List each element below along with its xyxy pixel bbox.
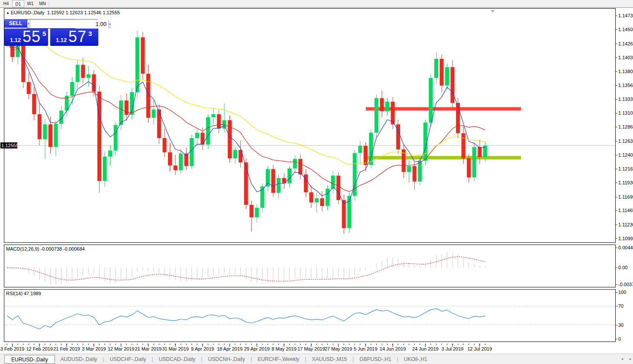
- chart-tabs: EURUSD-,DailyAUDUSD-,Daily|USDCHF-,Daily…: [0, 355, 433, 364]
- macd-chart: [4, 245, 615, 287]
- price-axis-label: 1.10995: [618, 235, 633, 242]
- tab-scroll-left-icon[interactable]: ◄: [619, 356, 625, 362]
- price-axis-label-tick: [616, 225, 617, 225]
- price-axis-label-tick: [616, 99, 617, 100]
- price-axis-label: 1.12400: [618, 152, 633, 158]
- macd-axis-label: 0.00: [618, 264, 627, 271]
- chart-tab-usdchfdaily[interactable]: USDCHF-,Daily: [104, 355, 152, 364]
- date-label: 8 May 2019: [271, 346, 296, 351]
- volume-spinner: ▼ ▲: [27, 19, 75, 29]
- price-axis-label: 1.12865: [618, 124, 633, 130]
- price-axis-label: 1.11465: [618, 207, 633, 213]
- date-label: 3 Jul 2019: [442, 346, 464, 351]
- chart-tab-bar: EURUSD-,DailyAUDUSD-,Daily|USDCHF-,Daily…: [0, 354, 633, 364]
- volume-input[interactable]: [30, 19, 108, 28]
- date-label: 21 Mar 2019: [135, 346, 161, 351]
- buy-price-sup: 3: [88, 30, 92, 37]
- price-axis-label: 1.11930: [618, 180, 633, 186]
- price-axis[interactable]: 1.147351.145001.142651.140301.138001.135…: [616, 8, 633, 342]
- support_line: [367, 156, 521, 159]
- sell-price-box[interactable]: 1.12 55 5: [4, 29, 48, 46]
- price-axis-label: 1.14735: [618, 13, 633, 19]
- buy-price-prefix: 1.12: [56, 37, 67, 43]
- date-label: 12 Jul 2019: [467, 346, 492, 351]
- chart-tab-ukoilh1[interactable]: UKOil-,H1: [398, 355, 433, 364]
- macd-axis-label: -0.003715: [618, 281, 633, 287]
- sell-button[interactable]: SELL: [4, 19, 27, 28]
- macd-indicator-pane[interactable]: MACD(12,26,9) -0.000738 -0.000684: [4, 245, 616, 287]
- price-axis-label: 1.12630: [618, 138, 633, 144]
- date-label: 27 May 2019: [325, 346, 352, 351]
- date-label: 17 May 2019: [297, 346, 325, 351]
- rsi-label: RSI(14) 47.1989: [6, 291, 41, 296]
- price-axis-label-tick: [616, 127, 617, 127]
- rsi-axis-label: 0: [618, 336, 621, 342]
- date-label: 29 Apr 2019: [244, 346, 270, 351]
- sell-price-sup: 5: [42, 30, 46, 37]
- date-label: 31 Mar 2019: [162, 346, 189, 351]
- price-axis-label: 1.14265: [618, 41, 633, 47]
- date-label: 24 Jun 2019: [412, 346, 439, 351]
- date-label: 9 Apr 2019: [191, 346, 214, 351]
- current-price-tag: 1.12555: [0, 142, 17, 148]
- macd-axis-label-tick: [616, 267, 617, 268]
- date-label: 12 Mar 2019: [108, 346, 135, 351]
- sell-price-prefix: 1.12: [10, 37, 21, 43]
- time-axis[interactable]: 3 Feb 201912 Feb 201921 Feb 20193 Mar 20…: [0, 342, 633, 354]
- symbol-title: EURUSD-,Daily: [11, 10, 45, 15]
- price-axis-label: 1.11695: [618, 194, 633, 200]
- date-label: 18 Apr 2019: [217, 346, 242, 351]
- rsi-value: 47.1989: [24, 291, 41, 296]
- price-axis-label-tick: [616, 16, 617, 16]
- date-label: 3 Mar 2019: [82, 346, 106, 351]
- buy-price-big: 57: [68, 28, 87, 46]
- timeframe-button-w1[interactable]: W1: [24, 0, 36, 7]
- price-axis-label-tick: [616, 58, 617, 58]
- rsi-indicator-pane[interactable]: RSI(14) 47.1989: [4, 289, 616, 342]
- price-axis-label-tick: [616, 238, 617, 239]
- chart-tab-gbpusdh1[interactable]: GBPUSD-,H1: [354, 355, 397, 364]
- price-axis-label-tick: [616, 141, 617, 142]
- macd-histogram: [7, 251, 485, 285]
- chart-tab-usdcaddaily[interactable]: USDCAD-,Daily: [153, 355, 201, 364]
- tab-scroll-right-icon[interactable]: ►: [627, 356, 633, 362]
- macd-values: -0.000738 -0.000684: [40, 246, 84, 251]
- price-axis-label-tick: [616, 44, 617, 44]
- price-axis-label: 1.12165: [618, 166, 633, 172]
- chart-tab-eurchfweekly[interactable]: EURCHF-,Weekly: [252, 355, 305, 364]
- chart-tab-audusddaily[interactable]: AUDUSD-,Daily: [55, 355, 103, 364]
- macd-label: MACD(12,26,9) -0.000738 -0.000684: [6, 246, 85, 251]
- price-axis-label-tick: [616, 113, 617, 113]
- timeframe-toolbar: H4D1W1MN: [0, 0, 633, 8]
- rsi-axis-label: 70: [618, 303, 623, 309]
- price-axis-label: 1.13100: [618, 110, 633, 116]
- price-axis-label-tick: [616, 197, 617, 197]
- candles: [5, 24, 487, 234]
- rsi-axis-label-tick: [616, 292, 617, 293]
- price-axis-label: 1.14030: [618, 55, 633, 61]
- price-axis-label-tick: [616, 85, 617, 86]
- chart-tab-usdcnhdaily[interactable]: USDCNH-,Daily: [202, 355, 250, 364]
- toolbar-separator: [49, 1, 49, 6]
- price-axis-label: 1.13565: [618, 82, 633, 88]
- timeframe-button-d1[interactable]: D1: [12, 0, 24, 7]
- rsi-chart: [4, 290, 615, 341]
- rsi-axis-label-tick: [616, 339, 617, 339]
- price-axis-label: 1.13330: [618, 96, 633, 102]
- timeframe-button-h4[interactable]: H4: [0, 0, 12, 7]
- date-label: 5 Jun 2019: [354, 346, 377, 351]
- rsi-axis-label: 30: [618, 322, 623, 328]
- price-axis-label-tick: [616, 183, 617, 183]
- collapse-panel-icon[interactable]: ▲: [6, 11, 10, 15]
- chart-tab-xauusdm15[interactable]: XAUUSD-,M15: [306, 355, 352, 364]
- chart-tab-eurusddaily[interactable]: EURUSD-,Daily: [4, 355, 55, 364]
- date-label: 14 Jun 2019: [380, 346, 406, 351]
- buy-price-box[interactable]: 1.12 57 3: [50, 29, 98, 46]
- sell-price-big: 55: [23, 28, 41, 46]
- price-axis-label: 1.14500: [618, 26, 633, 32]
- macd-axis-label: 0.004465: [618, 245, 633, 251]
- volume-increase-icon[interactable]: ▲: [108, 19, 111, 28]
- price-axis-label-tick: [616, 169, 617, 169]
- volume-decrease-icon[interactable]: ▼: [27, 19, 30, 28]
- timeframe-button-mn[interactable]: MN: [36, 0, 48, 7]
